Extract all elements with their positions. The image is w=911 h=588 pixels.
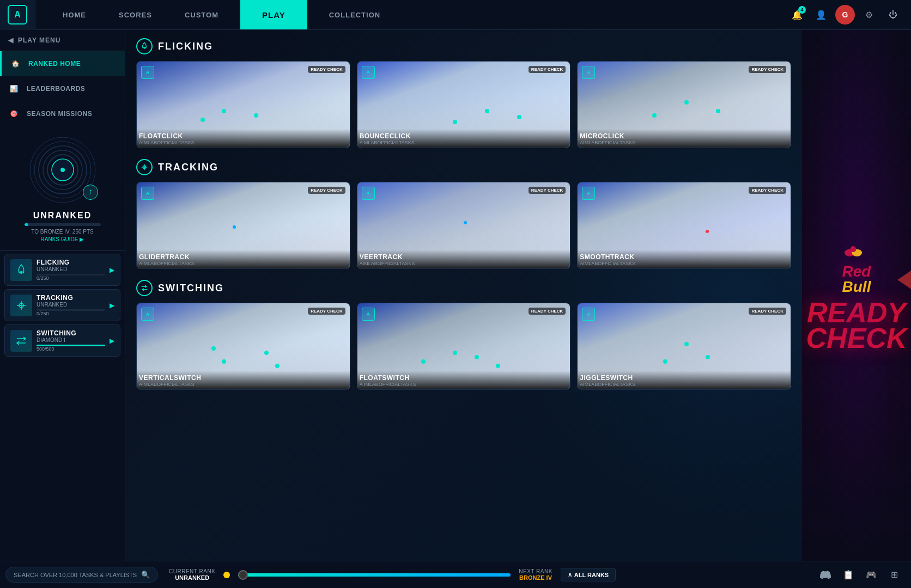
task-card-floatswitch[interactable]: A READY CHECK FLOATSWITCH A IMLABOFFICIA… [357, 303, 571, 390]
switching-name: SWITCHING [37, 329, 105, 337]
task-top: A READY CHECK [362, 308, 566, 321]
ranks-guide-arrow-icon: ▶ [80, 236, 84, 242]
flicking-icon [10, 259, 32, 281]
task-card-inner: A READY CHECK BOUNCECLICK A MLABOFFICIAL… [357, 62, 570, 148]
rank-to-next: TO BRONZE IV: 250 PTS [31, 229, 93, 235]
ready-check-badge: READY CHECK [529, 66, 566, 73]
sidebar-back-button[interactable]: ◀ PLAY MENU [0, 30, 125, 51]
skill-cards: FLICKING UNRANKED 0/250 ▶ TRACKING UNRAN… [0, 251, 125, 359]
task-card-microclick[interactable]: A READY CHECK MICROCLICK AIMLABOFFICIALT… [577, 61, 791, 148]
user-avatar[interactable]: G [835, 5, 855, 24]
flicking-info: FLICKING UNRANKED 0/250 [37, 259, 105, 281]
task-top: A READY CHECK [582, 308, 786, 321]
task-card-jiggleswitch[interactable]: A READY CHECK JIGGLESWITCH AIMLABOFFICIA… [577, 303, 791, 390]
task-card-smoothtrack[interactable]: A READY CHECK SMOOTHTRACK AIMLABOFFC IAL… [577, 182, 791, 269]
flicking-pts: 0/250 [37, 275, 105, 281]
power-button[interactable]: ⏻ [883, 5, 903, 24]
task-name-floatclick: FLOATCLICK [139, 132, 348, 140]
nav-home[interactable]: HOME [46, 0, 102, 29]
tracking-section: TRACKING A READY CHECK GLIDERTRACK AIMLA… [136, 159, 791, 269]
sidebar-item-ranked-home[interactable]: 🏠 RANKED HOME [0, 51, 125, 76]
switching-pts: 500/500 [37, 346, 105, 352]
settings-button[interactable]: ⚙ [859, 5, 879, 24]
current-rank-value: UNRANKED [175, 574, 209, 581]
ready-check-badge: READY CHECK [749, 66, 786, 73]
grid-icon[interactable]: ⊞ [885, 566, 903, 584]
all-ranks-label: ALL RANKS [574, 572, 609, 578]
nav-right: 🔔 4 👤 G ⚙ ⏻ [787, 5, 911, 24]
task-creator-floatclick: AIMLABOFFICIALTASKS [139, 140, 348, 145]
flicking-section-title: FLICKING [158, 41, 213, 52]
discord-icon[interactable] [817, 566, 834, 584]
aimlab-logo-icon: A [582, 187, 595, 200]
skill-card-tracking[interactable]: TRACKING UNRANKED 0/250 ▶ [4, 289, 120, 321]
task-card-glidertrack[interactable]: A READY CHECK GLIDERTRACK AIMLABOFFICIAL… [136, 182, 350, 269]
switching-section-header: SWITCHING [136, 280, 791, 296]
task-name-microclick: MICROCLICK [580, 132, 788, 140]
task-card-veertrack[interactable]: A READY CHECK VEERTRACK AIMLABOFFICIALTA… [357, 182, 571, 269]
task-top: A READY CHECK [582, 187, 786, 200]
flicking-name: FLICKING [37, 259, 105, 266]
ready-check-badge: READY CHECK [749, 308, 786, 315]
top-navigation: A HOME SCORES CUSTOM PLAY COLLECTION 🔔 4… [0, 0, 911, 30]
sidebar-item-season-missions[interactable]: 🎯 SEASON MISSIONS [0, 101, 125, 126]
task-card-floatclick[interactable]: A READY CHECK FLOATCLICK AIMLABOFFICIALT… [136, 61, 350, 148]
task-bottom: JIGGLESWITCH AIMLABOFFICIALTASKS [578, 371, 791, 389]
nav-collection[interactable]: COLLECTION [313, 0, 397, 29]
task-bottom: BOUNCECLICK A MLABOFFICIALTASKS [357, 129, 570, 148]
tracking-pts: 0/250 [37, 311, 105, 316]
friends-button[interactable]: 👤 [811, 5, 831, 24]
share-button[interactable]: ⤴ [83, 185, 98, 200]
tracking-section-title: TRACKING [158, 162, 218, 173]
rank-label: UNRANKED [33, 211, 92, 220]
tracking-arrow-icon: ▶ [110, 302, 114, 309]
ranks-guide-link[interactable]: RANKS GUIDE ▶ [41, 236, 84, 242]
nav-links: HOME SCORES CUSTOM PLAY COLLECTION [46, 0, 787, 29]
season-missions-label: SEASON MISSIONS [27, 110, 92, 118]
notification-button[interactable]: 🔔 4 [787, 5, 807, 24]
ranked-home-icon: 🏠 [10, 58, 22, 70]
task-name-floatswitch: FLOATSWITCH [360, 374, 568, 382]
task-creator-floatswitch: A IMLABOFFICIALTASKS [360, 382, 568, 387]
all-ranks-chevron-icon: ∧ [568, 571, 572, 578]
task-top: A READY CHECK [141, 66, 345, 79]
skill-card-switching[interactable]: SWITCHING DIAMOND I 500/500 ▶ [4, 324, 120, 357]
skill-card-flicking[interactable]: FLICKING UNRANKED 0/250 ▶ [4, 254, 120, 286]
rank-bar-section: CURRENT RANK UNRANKED NEXT RANK BRONZE I… [158, 568, 817, 581]
list-icon[interactable]: 📋 [840, 566, 857, 584]
task-card-inner: A READY CHECK VEERTRACK AIMLABOFFICIALTA… [357, 182, 570, 268]
nav-custom[interactable]: CUSTOM [168, 0, 235, 29]
search-input[interactable] [14, 572, 137, 578]
task-bottom: SMOOTHTRACK AIMLABOFFC IALTASKS [578, 250, 791, 268]
aimlab-logo-icon: A [362, 308, 375, 321]
current-rank-dot [223, 572, 230, 578]
all-ranks-button[interactable]: ∧ ALL RANKS [561, 568, 616, 581]
nav-play[interactable]: PLAY [240, 0, 307, 29]
task-top: A READY CHECK [362, 187, 566, 200]
controller-icon[interactable]: 🎮 [863, 566, 880, 584]
logo-area[interactable]: A [0, 0, 35, 30]
task-card-verticalswitch[interactable]: A READY CHECK VERTICALSWITCH AIMLABOFFIC… [136, 303, 350, 390]
nav-scores[interactable]: SCORES [102, 0, 168, 29]
sidebar-item-leaderboards[interactable]: 📊 LEADERBOARDS [0, 76, 125, 101]
search-icon: 🔍 [141, 571, 150, 579]
flicking-arrow-icon: ▶ [110, 266, 114, 274]
switching-section: SWITCHING A READY CHECK V [136, 280, 791, 390]
task-card-bounceclick[interactable]: A READY CHECK BOUNCECLICK A MLABOFFICIAL… [357, 61, 571, 148]
notification-badge: 4 [798, 6, 806, 14]
ranked-home-label: RANKED HOME [28, 60, 81, 68]
ready-check-badge: READY CHECK [308, 187, 345, 194]
flicking-section-icon [136, 38, 153, 54]
task-creator-bounceclick: A MLABOFFICIALTASKS [360, 140, 568, 145]
rank-slider[interactable] [238, 573, 511, 577]
back-label: PLAY MENU [18, 36, 60, 44]
switching-info: SWITCHING DIAMOND I 500/500 [37, 329, 105, 352]
season-missions-icon: 🎯 [8, 108, 20, 120]
task-card-inner: A READY CHECK JIGGLESWITCH AIMLABOFFICIA… [578, 303, 791, 389]
leaderboards-icon: 📊 [8, 83, 20, 95]
task-name-bounceclick: BOUNCECLICK [360, 132, 568, 140]
search-area[interactable]: 🔍 [5, 567, 158, 583]
task-creator-microclick: AIMLABOFFICIALTASKS [580, 140, 788, 145]
next-rank-area: NEXT RANK BRONZE IV [519, 568, 552, 581]
task-creator-veertrack: AIMLABOFFICIALTASKS [360, 261, 568, 266]
